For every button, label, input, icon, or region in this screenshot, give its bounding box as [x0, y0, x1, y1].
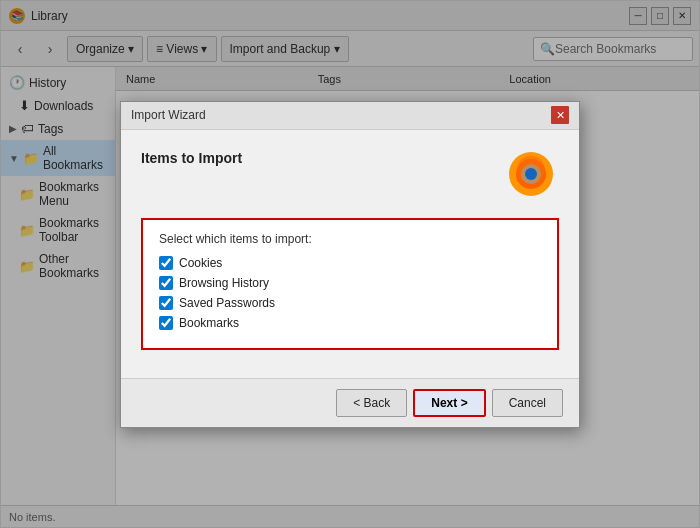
import-wizard-dialog: Import Wizard ✕ Items to Import [120, 101, 580, 428]
checkbox-browsing-history[interactable]: Browsing History [159, 276, 541, 290]
next-button[interactable]: Next > [413, 389, 485, 417]
browsing-history-checkbox[interactable] [159, 276, 173, 290]
selection-label: Select which items to import: [159, 232, 541, 246]
checkbox-saved-passwords[interactable]: Saved Passwords [159, 296, 541, 310]
dialog-close-button[interactable]: ✕ [551, 106, 569, 124]
dialog-header-section: Items to Import [141, 146, 559, 202]
back-button[interactable]: < Back [336, 389, 407, 417]
dialog-title-bar: Import Wizard ✕ [121, 102, 579, 130]
dialog-footer: < Back Next > Cancel [121, 378, 579, 427]
checkbox-bookmarks[interactable]: Bookmarks [159, 316, 541, 330]
svg-point-3 [525, 168, 537, 180]
cookies-checkbox[interactable] [159, 256, 173, 270]
bookmarks-label[interactable]: Bookmarks [179, 316, 239, 330]
library-window: 📚 Library ─ □ ✕ ‹ › Organize ▾ ≡ Views ▾… [0, 0, 700, 528]
cookies-label[interactable]: Cookies [179, 256, 222, 270]
modal-overlay: Import Wizard ✕ Items to Import [1, 1, 699, 527]
dialog-title: Import Wizard [131, 108, 206, 122]
selection-box: Select which items to import: Cookies Br… [141, 218, 559, 350]
firefox-logo [503, 146, 559, 202]
checkbox-cookies[interactable]: Cookies [159, 256, 541, 270]
dialog-heading: Items to Import [141, 150, 242, 166]
bookmarks-checkbox[interactable] [159, 316, 173, 330]
browsing-history-label[interactable]: Browsing History [179, 276, 269, 290]
cancel-button[interactable]: Cancel [492, 389, 563, 417]
saved-passwords-checkbox[interactable] [159, 296, 173, 310]
saved-passwords-label[interactable]: Saved Passwords [179, 296, 275, 310]
dialog-body: Items to Import Select which items to im… [121, 130, 579, 378]
